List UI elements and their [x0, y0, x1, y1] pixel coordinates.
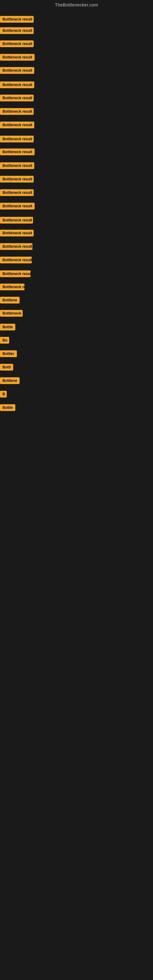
- bottleneck-badge-14[interactable]: Bottleneck result: [0, 189, 33, 196]
- bottleneck-badge-16[interactable]: Bottleneck result: [0, 217, 33, 224]
- bottleneck-badge-row-8: Bottleneck result: [0, 108, 33, 116]
- bottleneck-badge-24[interactable]: Bottle: [0, 324, 15, 331]
- bottleneck-badge-row-21: Bottleneck re: [0, 283, 24, 291]
- bottleneck-badge-19[interactable]: Bottleneck result: [0, 257, 32, 263]
- bottleneck-badge-12[interactable]: Bottleneck result: [0, 162, 34, 169]
- bottleneck-badge-row-12: Bottleneck result: [0, 162, 34, 170]
- bottleneck-badge-row-9: Bottleneck result: [0, 122, 34, 130]
- bottleneck-badge-4[interactable]: Bottleneck result: [0, 54, 35, 60]
- bottleneck-badge-row-6: Bottleneck result: [0, 81, 34, 89]
- bottleneck-badge-row-15: Bottleneck result: [0, 203, 35, 211]
- bottleneck-badge-15[interactable]: Bottleneck result: [0, 203, 35, 210]
- bottleneck-badge-1[interactable]: Bottleneck result: [0, 16, 33, 23]
- bottleneck-badge-28[interactable]: Bottlene: [0, 377, 19, 384]
- bottleneck-badge-27[interactable]: Bottl: [0, 364, 13, 371]
- site-title: TheBottlenecker.com: [0, 0, 153, 10]
- bottleneck-badge-row-24: Bottle: [0, 324, 15, 332]
- bottleneck-badge-13[interactable]: Bottleneck result: [0, 176, 33, 183]
- bottleneck-badge-8[interactable]: Bottleneck result: [0, 108, 33, 115]
- bottleneck-badge-23[interactable]: Bottleneck: [0, 310, 22, 317]
- bottleneck-badge-11[interactable]: Bottleneck result: [0, 148, 35, 155]
- bottleneck-badge-9[interactable]: Bottleneck result: [0, 122, 34, 128]
- bottleneck-badge-row-27: Bottl: [0, 364, 13, 372]
- bottleneck-badge-30[interactable]: Bottle: [0, 404, 15, 411]
- bottleneck-badge-row-28: Bottlene: [0, 377, 19, 385]
- bottleneck-badge-6[interactable]: Bottleneck result: [0, 81, 34, 88]
- bottleneck-badge-row-18: Bottleneck result: [0, 243, 32, 251]
- bottleneck-badge-row-11: Bottleneck result: [0, 148, 35, 156]
- bottleneck-badge-7[interactable]: Bottleneck result: [0, 95, 33, 101]
- bottleneck-badge-21[interactable]: Bottleneck re: [0, 283, 24, 290]
- bottleneck-badge-row-2: Bottleneck result: [0, 27, 33, 35]
- bottleneck-badge-row-29: B: [0, 391, 7, 399]
- bottleneck-badge-row-30: Bottle: [0, 404, 15, 412]
- bottleneck-badge-row-22: Bottlene: [0, 297, 19, 305]
- bottleneck-badge-29[interactable]: B: [0, 391, 7, 398]
- bottleneck-badge-row-7: Bottleneck result: [0, 95, 33, 103]
- bottleneck-badge-26[interactable]: Bottler: [0, 350, 17, 357]
- bottleneck-badge-25[interactable]: Bo: [0, 337, 9, 344]
- bottleneck-badge-22[interactable]: Bottlene: [0, 297, 19, 304]
- bottleneck-badge-3[interactable]: Bottleneck result: [0, 40, 33, 47]
- bottleneck-badge-20[interactable]: Bottleneck result: [0, 270, 30, 277]
- bottleneck-badge-2[interactable]: Bottleneck result: [0, 27, 33, 34]
- bottleneck-badge-row-16: Bottleneck result: [0, 217, 33, 225]
- bottleneck-badge-10[interactable]: Bottleneck result: [0, 136, 33, 142]
- bottleneck-badge-row-19: Bottleneck result: [0, 257, 32, 265]
- bottleneck-badge-row-1: Bottleneck result: [0, 16, 33, 24]
- bottleneck-badge-row-5: Bottleneck result: [0, 67, 34, 75]
- bottleneck-badge-row-20: Bottleneck result: [0, 270, 30, 278]
- bottleneck-badge-17[interactable]: Bottleneck result: [0, 230, 33, 236]
- bottleneck-badge-row-3: Bottleneck result: [0, 40, 33, 48]
- bottleneck-badge-5[interactable]: Bottleneck result: [0, 67, 34, 74]
- bottleneck-badge-row-4: Bottleneck result: [0, 54, 35, 62]
- bottleneck-badge-row-23: Bottleneck: [0, 310, 22, 318]
- bottleneck-badge-row-14: Bottleneck result: [0, 189, 33, 197]
- bottleneck-badge-row-13: Bottleneck result: [0, 176, 33, 184]
- bottleneck-badge-row-17: Bottleneck result: [0, 230, 33, 238]
- bottleneck-badge-18[interactable]: Bottleneck result: [0, 243, 32, 250]
- bottleneck-badge-row-25: Bo: [0, 337, 9, 345]
- bottleneck-badge-row-10: Bottleneck result: [0, 136, 33, 144]
- bottleneck-badge-row-26: Bottler: [0, 350, 17, 358]
